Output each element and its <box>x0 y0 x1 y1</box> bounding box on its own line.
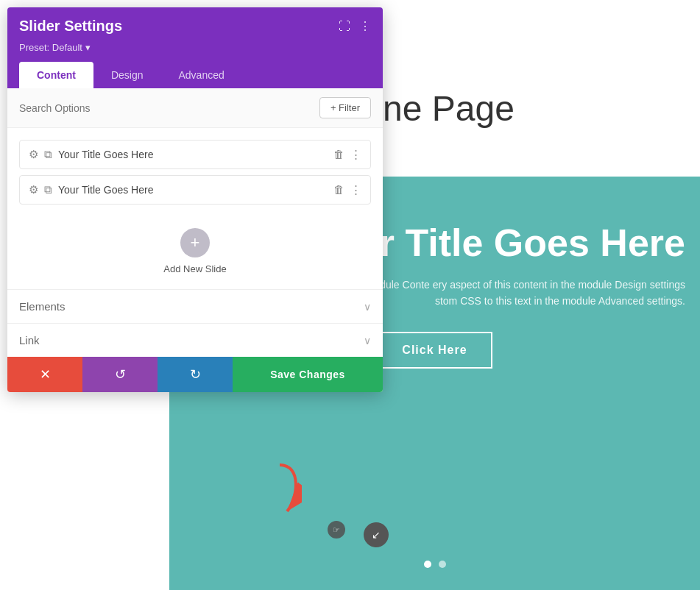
cancel-button[interactable]: ✕ <box>7 357 82 392</box>
slide-title-1: Your Title Goes Here <box>58 149 328 160</box>
preset-chevron-icon: ▾ <box>85 42 91 53</box>
copy-icon[interactable]: ⧉ <box>44 148 52 161</box>
panel-header-icons: ⛶ ⋮ <box>339 19 371 33</box>
settings-panel: Slider Settings ⛶ ⋮ Preset: Default ▾ Co… <box>7 7 383 392</box>
filter-button[interactable]: + Filter <box>319 97 371 118</box>
search-row: + Filter <box>7 88 383 128</box>
save-label: Save Changes <box>270 369 345 380</box>
slide-row-actions-1: 🗑 ⋮ <box>333 148 361 161</box>
add-slide-area: + Add New Slide <box>7 216 383 289</box>
page-title: ne Page <box>383 88 515 129</box>
panel-title: Slider Settings <box>19 18 122 35</box>
tab-content[interactable]: Content <box>19 62 93 88</box>
elements-section[interactable]: Elements ∨ <box>7 289 383 323</box>
tab-design[interactable]: Design <box>93 62 161 88</box>
panel-tabs: Content Design Advanced <box>19 62 371 88</box>
table-row: ⚙ ⧉ Your Title Goes Here 🗑 ⋮ <box>19 175 371 205</box>
link-label: Link <box>19 334 40 346</box>
preset-label: Preset: Default <box>19 42 82 53</box>
link-section[interactable]: Link ∨ <box>7 323 383 357</box>
table-row: ⚙ ⧉ Your Title Goes Here 🗑 ⋮ <box>19 140 371 169</box>
tab-advanced[interactable]: Advanced <box>160 62 241 88</box>
panel-header-top: Slider Settings ⛶ ⋮ <box>19 18 371 35</box>
bottom-bar: ✕ ↺ ↻ Save Changes <box>7 357 383 392</box>
cancel-icon: ✕ <box>40 366 51 383</box>
slide-row-icons-1: ⚙ ⧉ <box>29 148 52 161</box>
slide-row-icons-2: ⚙ ⧉ <box>29 183 52 196</box>
click-here-button[interactable]: Click Here <box>377 332 492 369</box>
redo-icon: ↻ <box>190 366 201 383</box>
delete-icon[interactable]: 🗑 <box>333 183 344 196</box>
slides-list: ⚙ ⧉ Your Title Goes Here 🗑 ⋮ ⚙ ⧉ Your Ti… <box>7 128 383 216</box>
delete-icon[interactable]: 🗑 <box>333 148 344 161</box>
undo-icon: ↺ <box>115 366 126 383</box>
panel-preset[interactable]: Preset: Default ▾ <box>19 42 371 53</box>
more-options-icon[interactable]: ⋮ <box>350 148 361 161</box>
redo-button[interactable]: ↻ <box>158 357 233 392</box>
panel-header: Slider Settings ⛶ ⋮ Preset: Default ▾ Co… <box>7 7 383 88</box>
search-input[interactable] <box>19 102 314 114</box>
link-chevron-icon: ∨ <box>364 335 371 346</box>
slide-title-2: Your Title Goes Here <box>58 184 328 196</box>
dot-1[interactable] <box>424 561 431 568</box>
settings-icon[interactable]: ⚙ <box>29 183 38 196</box>
add-slide-button[interactable]: + <box>180 228 210 257</box>
undo-button[interactable]: ↺ <box>82 357 158 392</box>
elements-chevron-icon: ∨ <box>364 301 371 313</box>
slide-row-actions-2: 🗑 ⋮ <box>333 183 361 196</box>
add-slide-label: Add New Slide <box>163 263 226 274</box>
save-button[interactable]: Save Changes <box>233 357 383 392</box>
elements-label: Elements <box>19 300 66 313</box>
expand-icon[interactable]: ⛶ <box>339 20 350 33</box>
dot-2[interactable] <box>439 561 446 568</box>
slide-dots <box>424 561 446 568</box>
settings-icon[interactable]: ⚙ <box>29 148 38 161</box>
more-icon[interactable]: ⋮ <box>359 19 371 33</box>
more-options-icon[interactable]: ⋮ <box>350 183 361 196</box>
copy-icon[interactable]: ⧉ <box>44 183 52 196</box>
